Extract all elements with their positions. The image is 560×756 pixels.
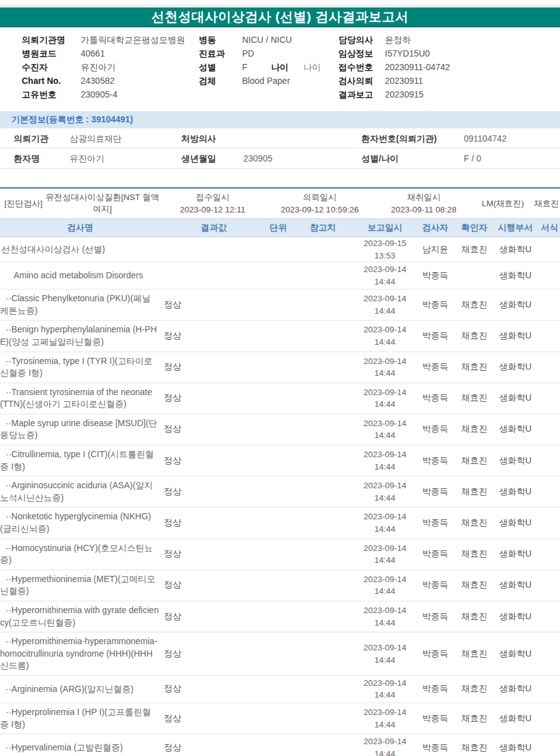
- basic-info-table: 의뢰기관 삼광의료재단 처방의사 환자번호(의뢰기관) 091104742 환자…: [0, 128, 560, 169]
- patient-header-field: 결과보고 20230915: [338, 88, 560, 101]
- report-datetime: 2023-09-14 14:44: [356, 677, 413, 701]
- patient-header-column-1: 의뢰기관명 가톨릭대학교은평성모병원 병원코드 40661 수진자 유진아기 C…: [22, 33, 199, 101]
- performing-dept: 생화학U: [492, 424, 539, 435]
- test-name: ··Hypervalinemia (고발린혈증): [0, 739, 160, 756]
- report-date: 2023-09-14: [356, 542, 413, 555]
- field-value: F: [242, 60, 248, 74]
- result-value: 정상: [160, 455, 267, 467]
- field-label: 임상정보: [338, 47, 385, 60]
- field-value: 091104742: [464, 129, 560, 148]
- field-label: 처방의사: [181, 129, 243, 148]
- report-date: 2023-09-14: [356, 449, 413, 461]
- result-row: ··Hyperornithinemia-hyperammonemia-homoc…: [0, 632, 560, 676]
- test-name: ··Argininemia (ARG)(알지닌혈증): [0, 680, 160, 699]
- test-name: ··Hyperornithinemia-hyperammonemia-homoc…: [0, 632, 160, 675]
- field-value: 20230915: [385, 88, 423, 101]
- column-header: 확인자: [457, 222, 492, 234]
- field-value: 2430582: [81, 74, 115, 88]
- field-label: 환자명: [14, 148, 70, 168]
- column-header: 단위: [267, 222, 289, 234]
- result-value: 정상: [160, 299, 267, 311]
- field-label: Chart No.: [22, 74, 81, 88]
- patient-header-field: 담당의사 윤정하: [338, 33, 560, 47]
- performing-dept: 생화학U: [492, 299, 539, 311]
- field-label: 병동: [199, 33, 242, 47]
- tester: 박종득: [413, 362, 457, 373]
- patient-header-field: 진료과 PD: [199, 47, 338, 60]
- report-datetime: 2023-09-14 14:44: [356, 449, 413, 473]
- report-title: 선천성대사이상검사 (선별) 검사결과보고서: [151, 8, 409, 25]
- confirmer: 채효진: [457, 713, 492, 724]
- performing-dept: 생화학U: [492, 683, 539, 695]
- collected-value: 2023-09-11 08:28: [376, 204, 472, 216]
- report-datetime: 2023-09-14 14:44: [356, 480, 413, 504]
- report-time: 14:44: [356, 554, 413, 567]
- report-date: 2023-09-14: [356, 355, 413, 368]
- test-name: ··Homocystinuria (HCY)(호모시스틴뇨증): [0, 539, 160, 570]
- result-row: ··Benign hyperphenylalaninemia (H-PHE)(양…: [0, 321, 560, 352]
- spacer: [0, 169, 560, 187]
- report-date: 2023-09-14: [356, 417, 413, 430]
- performing-dept: 생화학U: [492, 649, 539, 660]
- confirmer: 채효진: [457, 455, 492, 467]
- result-value: 정상: [160, 649, 267, 660]
- column-header: 검사명: [0, 222, 160, 234]
- results-table-header: 검사명결과값단위참고치보고일시검사자확인자시행부서서식: [0, 219, 560, 237]
- result-row: ··Nonketotic hyperglycinemia (NKHG)(글리신뇌…: [0, 508, 560, 539]
- performing-dept: 생화학U: [492, 455, 539, 467]
- tester: 박종득: [413, 299, 457, 311]
- result-row: ··Citrullinemia, type I (CIT)(시트룰린혈증 I형)…: [0, 445, 560, 476]
- confirmer: 채효진: [457, 517, 492, 529]
- performing-dept: 생화학U: [492, 611, 539, 622]
- collected-label: 채취일시: [376, 191, 472, 204]
- field-label: 성별: [199, 60, 242, 74]
- performing-dept: 생화학U: [492, 244, 539, 255]
- order-received-datetime: 접수일시 2023-09-12 12:11: [161, 191, 264, 216]
- field-value: 가톨릭대학교은평성모병원: [81, 33, 185, 47]
- patient-header-column-3: 담당의사 윤정하 임상정보 I57YD15U0 접수번호 20230911-04…: [338, 33, 560, 101]
- tester: 박종득: [413, 424, 457, 435]
- report-time: 14:44: [356, 689, 413, 701]
- patient-header-field: 병동 NICU / NICU: [199, 33, 338, 47]
- report-datetime: 2023-09-14 14:44: [356, 355, 413, 380]
- test-name: ··Tyrosinemia, type I (TYR I)(고타이로신혈증 I형…: [0, 352, 160, 383]
- confirmer: 채효진: [457, 330, 492, 342]
- report-datetime: 2023-09-14 14:44: [356, 542, 413, 567]
- test-name: ··Nonketotic hyperglycinemia (NKHG)(글리신뇌…: [0, 508, 160, 538]
- report-time: 14:44: [356, 523, 413, 535]
- column-header: 검사자: [413, 222, 457, 234]
- test-name: ··Hyperornithinemia with gyrate deficien…: [0, 601, 160, 632]
- requested-value: 2023-09-12 10:59:26: [264, 204, 376, 216]
- field-value: F / 0: [464, 148, 560, 168]
- field-label: 의뢰기관: [14, 129, 70, 148]
- report-datetime: 2023-09-14 14:44: [356, 604, 413, 629]
- report-date: 2023-09-14: [356, 573, 413, 586]
- basic-info-row: 의뢰기관 삼광의료재단 처방의사 환자번호(의뢰기관) 091104742: [0, 128, 560, 148]
- field-label: 환자번호(의뢰기관): [361, 129, 464, 148]
- received-value: 2023-09-12 12:11: [161, 204, 264, 216]
- field-value: [243, 129, 361, 148]
- order-lm-collector: LM(채효진): [472, 198, 534, 209]
- confirmer: 채효진: [457, 362, 492, 373]
- column-header: 참고치: [289, 222, 356, 234]
- order-category-tag: [진단검사]: [0, 198, 43, 209]
- result-row: ··Argininosuccinic aciduria (ASA)(알지노석시닌…: [0, 476, 560, 508]
- field-label: 생년월일: [181, 148, 243, 168]
- results-table-body: 선천성대사이상검사 (선별) 2023-09-15 13:53 남지윤 채효진 …: [0, 237, 560, 756]
- report-datetime: 2023-09-14 14:44: [356, 324, 413, 348]
- column-header: 시행부서: [492, 222, 539, 234]
- result-row: ··Maple syrup urine disease [MSUD](단풍당뇨증…: [0, 414, 560, 445]
- field-value-2: 나이: [304, 60, 321, 74]
- basic-info-row: 환자명 유진아기 생년월일 230905 성별/나이 F / 0: [0, 148, 560, 169]
- patient-header-field: 의뢰기관명 가톨릭대학교은평성모병원: [22, 33, 199, 47]
- report-time: 14:44: [356, 367, 413, 380]
- result-value: 정상: [160, 362, 267, 373]
- result-value: 정상: [160, 713, 267, 724]
- field-value: 20230911: [385, 74, 423, 88]
- report-time: 14:44: [356, 719, 413, 731]
- field-value: I57YD15U0: [385, 47, 430, 60]
- patient-header: 의뢰기관명 가톨릭대학교은평성모병원 병원코드 40661 수진자 유진아기 C…: [0, 27, 560, 109]
- tester: 박종득: [413, 270, 457, 281]
- performing-dept: 생화학U: [492, 713, 539, 724]
- window-top-strip: [0, 0, 560, 6]
